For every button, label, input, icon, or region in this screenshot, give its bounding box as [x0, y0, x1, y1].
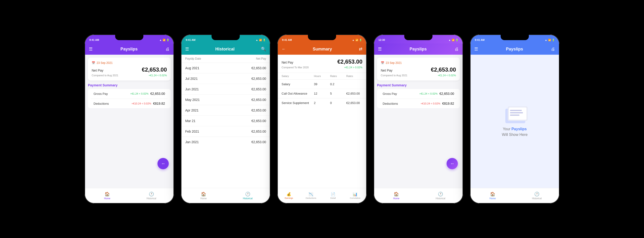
table-header-3: Salary Hours Rates Rates	[278, 73, 366, 80]
earnings-icon-3: 💰	[286, 192, 291, 197]
app-title-1: Payslips	[92, 47, 166, 52]
td-salary-label: Salary	[282, 82, 314, 86]
net-pay-label-1: Net Pay	[92, 68, 104, 72]
back-icon-3[interactable]: ←	[282, 47, 286, 52]
content-1: 📅 23 Sep 2021 Net Pay €2,653.00 Compared…	[85, 55, 174, 188]
historical-icon-1: 🕐	[149, 192, 154, 197]
hist-date-jan: Jan 2021	[185, 140, 199, 144]
app-title-5: Payslips	[478, 47, 551, 52]
phones-container: 9:41 AM ▲ 📶 🔋 ☰ Payslips 🖨 📅 23 Sep 2021	[75, 25, 569, 213]
nav-historical-5[interactable]: 🕐 Historical	[515, 188, 559, 203]
net-pay-row-3: Net Pay €2,653.00	[282, 58, 362, 65]
deductions-icon-3: 📉	[308, 192, 313, 197]
search-icon-2[interactable]: 🔍	[261, 46, 266, 52]
home-icon-1: 🏠	[104, 192, 110, 197]
status-icons-4: ▲ 📶 🔋	[448, 39, 458, 41]
deductions-label-3: Deductions	[306, 197, 316, 199]
nav-home-4[interactable]: 🏠 Home	[374, 188, 418, 203]
td-callout-v: €2,653.00	[346, 92, 362, 95]
time-4: 12:30	[378, 38, 385, 41]
hist-amt-jul: €2,653.00	[252, 77, 266, 80]
gross-label-1: Gross Pay	[94, 92, 108, 96]
signal-icon-3: ▲	[352, 39, 354, 41]
hist-header-2: Payslip Date Net Pay	[182, 55, 270, 63]
battery-icon-4: 🔋	[456, 39, 458, 41]
hist-col2-2: Net Pay	[256, 57, 266, 60]
hist-amt-jan: €2,653.00	[252, 140, 266, 144]
nav-home-2[interactable]: 🏠 Home	[182, 188, 226, 203]
hist-row-mar[interactable]: Mar 21 €2,653.00	[182, 116, 270, 126]
nav-home-1[interactable]: 🏠 Home	[85, 188, 129, 203]
date-1: 23 Sep 2021	[96, 61, 112, 64]
nav-deductions-3[interactable]: 📉 Deductions	[300, 188, 322, 203]
payslip-card-4: 📅 23 Sep 2021 Net Pay €2,653.00 Compared…	[377, 57, 460, 80]
time-2: 9:41 AM	[186, 38, 196, 41]
empty-text-5: Your Payslips Will Show Here	[502, 126, 528, 138]
home-icon-4: 🏠	[394, 192, 399, 197]
empty-icon-5	[503, 105, 526, 124]
deductions-value-1: €819.82	[153, 102, 165, 105]
fab-1[interactable]: ↔	[158, 158, 169, 169]
hist-row-aug[interactable]: Aug 2021 €2,653.00	[182, 63, 270, 73]
payslip-card-1: 📅 23 Sep 2021 Net Pay €2,653.00 Compared…	[88, 57, 171, 80]
content-2: Payslip Date Net Pay Aug 2021 €2,653.00 …	[182, 55, 270, 188]
td-salary-r: 0.2	[330, 82, 346, 86]
bottom-nav-3: 💰 Earnings 📉 Deductions 📄 Detail 📊 Cumul…	[278, 188, 366, 203]
signal-icon-2: ▲	[256, 39, 258, 41]
fab-4[interactable]: ↔	[446, 158, 458, 169]
calendar-icon-4: 📅	[381, 61, 384, 64]
print-icon-4[interactable]: 🖨	[454, 47, 459, 52]
app-title-4: Payslips	[382, 47, 454, 52]
hist-row-jul[interactable]: Jul 2021 €2,653.00	[182, 73, 270, 84]
print-icon-5[interactable]: 🖨	[551, 47, 555, 52]
menu-icon-5[interactable]: ☰	[474, 46, 478, 52]
gross-value-1: €2,653.00	[150, 92, 165, 96]
hist-row-apr[interactable]: Apr 2021 €2,653.00	[182, 105, 270, 116]
print-icon-1[interactable]: 🖨	[166, 47, 170, 52]
empty-line1: Your	[503, 127, 510, 131]
th-rates2: Rates	[346, 75, 362, 77]
hist-row-may[interactable]: May 2021 €2,653.00	[182, 95, 270, 105]
bottom-nav-1: 🏠 Home 🕐 Historical	[85, 188, 174, 203]
battery-icon-2: 🔋	[263, 39, 266, 41]
hist-row-feb[interactable]: Feb 2021 €2,653.00	[182, 126, 270, 137]
nav-detail-3[interactable]: 📄 Detail	[322, 188, 344, 203]
swap-icon-3[interactable]: ⇄	[359, 46, 362, 52]
app-bar-3: ← Summary ⇄	[278, 43, 366, 55]
earnings-label-3: Earnings	[285, 197, 293, 199]
payment-summary-title-1: Payment Summary	[88, 83, 171, 87]
home-label-1: Home	[104, 197, 110, 200]
nav-historical-1[interactable]: 🕐 Historical	[129, 188, 174, 203]
th-hours: Hours	[314, 75, 330, 77]
tr-callout: Call Out Allowance 12 5 €2,653.00	[278, 89, 366, 98]
phone-historical-teal: 9:41 AM ▲ 📶 🔋 ☰ Historical 🔍 Payslip Dat…	[181, 34, 270, 204]
signal-icon-4: ▲	[448, 39, 451, 41]
historical-label-2: Historical	[243, 197, 252, 200]
nav-home-5[interactable]: 🏠 Home	[470, 188, 515, 203]
change-3: +€1.24 > 0.02%	[344, 66, 362, 69]
cumulative-icon-3: 📊	[353, 192, 358, 197]
net-pay-amount-4: €2,653.00	[431, 66, 456, 73]
nav-cumulative-3[interactable]: 📊 Cumulative	[344, 188, 366, 203]
menu-icon-2[interactable]: ☰	[185, 46, 189, 52]
gross-value-4: €2,653.00	[440, 92, 454, 96]
menu-icon-1[interactable]: ☰	[89, 46, 92, 52]
change-4: +€1.24 < 0.02%	[438, 74, 456, 77]
status-icons-1: ▲ 📶 🔋	[159, 39, 169, 41]
historical-label-5: Historical	[532, 197, 542, 200]
summary-deductions-4: Deductions +€10.24 < 0.02% €819.82	[380, 99, 457, 108]
hist-amt-jun: €2,653.00	[252, 87, 266, 91]
hist-row-jun[interactable]: Jun 2021 €2,653.00	[182, 84, 270, 95]
historical-icon-4: 🕐	[438, 192, 443, 197]
home-label-4: Home	[393, 197, 400, 200]
menu-icon-4[interactable]: ☰	[378, 46, 382, 52]
svg-rect-5	[510, 115, 520, 116]
historical-icon-2: 🕐	[245, 192, 250, 197]
content-3: Net Pay €2,653.00 Compared To Mar 2020 +…	[278, 55, 366, 188]
nav-earnings-3[interactable]: 💰 Earnings	[278, 188, 300, 203]
gross-right-4: +€1.24 < 0.02% €2,653.00	[419, 92, 454, 96]
hist-row-jan[interactable]: Jan 2021 €2,653.00	[182, 137, 270, 147]
gross-change-4: +€1.24 < 0.02%	[419, 92, 438, 95]
nav-historical-2[interactable]: 🕐 Historical	[226, 188, 270, 203]
nav-historical-4[interactable]: 🕐 Historical	[418, 188, 462, 203]
